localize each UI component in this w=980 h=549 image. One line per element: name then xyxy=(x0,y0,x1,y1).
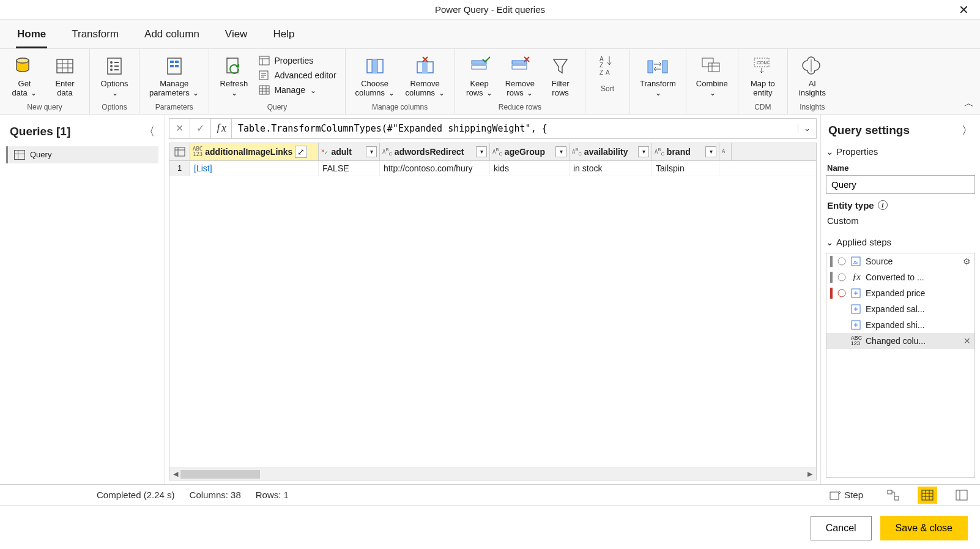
query-item-label: Query xyxy=(30,150,51,159)
gear-icon[interactable]: ⚙ xyxy=(963,256,971,266)
applied-step[interactable]: Expanded sal... xyxy=(826,301,974,317)
schema-view-button[interactable] xyxy=(952,487,971,504)
manage-label: Manage xyxy=(274,85,305,95)
sort-button[interactable]: AZZA xyxy=(592,51,623,82)
column-header[interactable]: ABCavailability▾ xyxy=(570,143,652,160)
applied-step[interactable]: JSSource⚙ xyxy=(826,253,974,269)
tab-home[interactable]: Home xyxy=(16,24,47,48)
delete-step-icon[interactable]: ✕ xyxy=(963,336,971,346)
expand-settings-icon[interactable]: 〉 xyxy=(962,123,973,138)
enter-data-button[interactable]: Enter data xyxy=(46,51,83,100)
tab-view[interactable]: View xyxy=(224,24,249,48)
expand-column-icon[interactable]: ⤢ xyxy=(295,146,307,158)
get-data-button[interactable]: Get data xyxy=(6,51,43,100)
query-name-input[interactable] xyxy=(826,175,975,194)
manage-parameters-button[interactable]: Manage parameters xyxy=(146,51,202,100)
applied-step[interactable]: Expanded price xyxy=(826,285,974,301)
manage-button[interactable]: Manage xyxy=(256,83,338,97)
svg-rect-67 xyxy=(888,490,892,494)
scroll-left-icon[interactable]: ◀ xyxy=(171,469,180,479)
column-header[interactable]: ABCageGroup▾ xyxy=(490,143,570,160)
grid-cell[interactable]: http://contoso.com/hury xyxy=(380,161,490,176)
scroll-thumb[interactable] xyxy=(180,470,260,479)
table-icon xyxy=(53,54,77,78)
status-completed: Completed (2.24 s) xyxy=(97,490,175,500)
choose-columns-icon xyxy=(363,54,387,78)
column-filter-icon[interactable]: ▾ xyxy=(366,146,377,157)
transform-button[interactable]: Transform xyxy=(636,51,680,100)
map-to-entity-label: Map to entity xyxy=(751,80,775,98)
properties-icon xyxy=(258,55,270,66)
remove-rows-button[interactable]: Remove rows xyxy=(502,51,538,100)
options-button[interactable]: Options xyxy=(96,51,133,100)
formula-cancel-icon[interactable]: ✕ xyxy=(169,119,190,138)
name-label: Name xyxy=(826,160,975,175)
svg-text:JS: JS xyxy=(853,260,858,264)
filter-icon xyxy=(548,54,573,78)
formula-input[interactable] xyxy=(232,123,798,134)
horizontal-scrollbar[interactable]: ◀ ▶ xyxy=(169,468,816,480)
type-any-icon: ABC123 xyxy=(193,146,202,157)
refresh-button[interactable]: Refresh xyxy=(215,51,252,100)
column-name: brand xyxy=(667,147,691,157)
svg-text:A: A xyxy=(606,69,610,76)
query-table-icon xyxy=(14,150,25,160)
tab-add-column[interactable]: Add column xyxy=(143,24,201,48)
scroll-right-icon[interactable]: ▶ xyxy=(805,469,815,479)
group-combine xyxy=(692,100,732,114)
map-to-entity-button[interactable]: CDM Map to entity xyxy=(744,51,781,100)
grid-cell[interactable]: in stock xyxy=(570,161,652,176)
step-button[interactable]: Step xyxy=(824,487,869,503)
query-list-item[interactable]: Query xyxy=(6,146,158,163)
applied-steps-section[interactable]: ⌄Applied steps xyxy=(826,234,975,250)
svg-rect-39 xyxy=(472,65,486,69)
grid-view-button[interactable] xyxy=(918,487,937,504)
svg-point-10 xyxy=(110,69,113,71)
cancel-button[interactable]: Cancel xyxy=(811,516,872,540)
row-number[interactable]: 1 xyxy=(169,161,190,176)
keep-rows-button[interactable]: Keep rows xyxy=(461,51,498,100)
save-close-button[interactable]: Save & close xyxy=(880,516,968,540)
column-header[interactable]: ABC123additionalImageLinks⤢ xyxy=(190,143,319,160)
dialog-footer: Cancel Save & close xyxy=(0,506,980,549)
keep-rows-icon xyxy=(467,54,492,78)
formula-accept-icon[interactable]: ✓ xyxy=(190,119,211,138)
applied-step[interactable]: Expanded shi... xyxy=(826,317,974,333)
grid-cell[interactable]: [List] xyxy=(190,161,319,176)
properties-button[interactable]: Properties xyxy=(256,54,338,67)
filter-rows-button[interactable]: Filter rows xyxy=(542,51,579,100)
advanced-editor-button[interactable]: Advanced editor xyxy=(256,69,338,82)
column-header[interactable]: A xyxy=(719,143,732,160)
tab-transform[interactable]: Transform xyxy=(70,24,120,48)
status-bar: Completed (2.24 s) Columns: 38 Rows: 1 S… xyxy=(0,484,980,506)
column-filter-icon[interactable]: ▾ xyxy=(638,146,649,157)
info-icon[interactable]: i xyxy=(878,200,888,210)
applied-step[interactable]: ƒxConverted to ... xyxy=(826,269,974,285)
properties-section[interactable]: ⌄Properties xyxy=(826,144,975,160)
diagram-view-button[interactable] xyxy=(883,487,903,504)
grid-cell[interactable]: kids xyxy=(490,161,570,176)
column-filter-icon[interactable]: ▾ xyxy=(705,146,716,157)
formula-expand-icon[interactable]: ⌄ xyxy=(798,124,816,133)
choose-columns-button[interactable]: Choose columns xyxy=(352,51,398,100)
applied-step[interactable]: ABC123Changed colu...✕ xyxy=(826,333,974,349)
close-icon[interactable]: ✕ xyxy=(952,1,975,18)
collapse-ribbon-icon[interactable]: ︿ xyxy=(964,97,974,110)
column-filter-icon[interactable]: ▾ xyxy=(555,146,566,157)
svg-rect-17 xyxy=(170,65,174,67)
column-header[interactable]: ABCbrand▾ xyxy=(652,143,719,160)
tab-help[interactable]: Help xyxy=(272,24,295,48)
fx-icon[interactable]: ƒx xyxy=(211,119,232,138)
grid-cell[interactable]: Tailspin xyxy=(652,161,719,176)
column-name: additionalImageLinks xyxy=(205,147,292,157)
ai-insights-button[interactable]: AI insights xyxy=(794,51,831,100)
remove-columns-button[interactable]: Remove columns xyxy=(402,51,448,100)
grid-cell[interactable]: FALSE xyxy=(319,161,380,176)
column-header[interactable]: ✕✓adult▾ xyxy=(319,143,380,160)
grid-corner[interactable] xyxy=(169,143,190,160)
combine-button[interactable]: Combine xyxy=(692,51,732,100)
step-type-icon: ƒx xyxy=(851,272,862,283)
column-header[interactable]: ABCadwordsRedirect▾ xyxy=(380,143,490,160)
collapse-queries-icon[interactable]: 〈 xyxy=(144,124,155,139)
column-filter-icon[interactable]: ▾ xyxy=(476,146,487,157)
